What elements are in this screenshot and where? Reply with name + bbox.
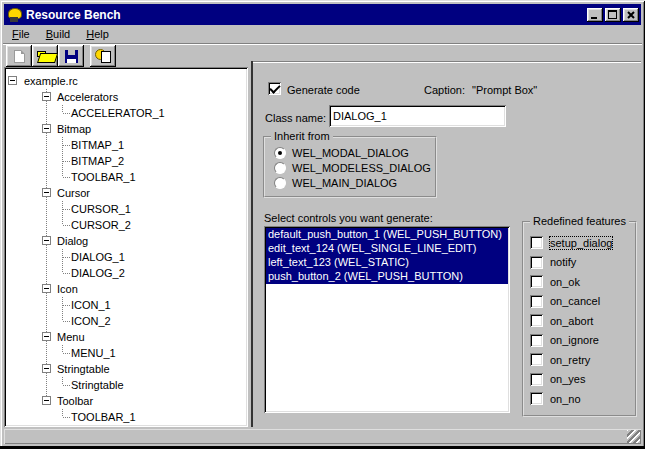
tree-node-icon-1[interactable]: ICON_1 (6, 297, 246, 313)
list-item-push-button-2[interactable]: push_button_2 (WEL_PUSH_BUTTON) (266, 270, 508, 284)
tree-node-cursor[interactable]: Cursor (6, 185, 246, 201)
title-bar: Resource Bench (4, 4, 641, 25)
new-document-icon (14, 50, 25, 63)
redefined-features-title: Redefined features (530, 215, 629, 227)
list-item-left-text-123[interactable]: left_text_123 (WEL_STATIC) (266, 256, 508, 270)
radio-wel-main-dialog[interactable]: WEL_MAIN_DIALOG (274, 176, 397, 190)
tree-node-bitmap-2[interactable]: BITMAP_2 (6, 153, 246, 169)
panel-top-ridge (253, 61, 641, 63)
inherit-from-title: Inherit from (271, 130, 333, 142)
tree-node-menu[interactable]: Menu (6, 329, 246, 345)
open-file-button[interactable] (32, 45, 58, 67)
redefined-features-group: Redefined features setup_dialog notify o… (522, 221, 637, 417)
maximize-icon (608, 10, 617, 19)
tree-node-icon[interactable]: Icon (6, 281, 246, 297)
checkbox-icon[interactable] (530, 353, 543, 366)
caption-value: "Prompt Box" (472, 84, 537, 96)
new-file-button[interactable] (6, 45, 32, 67)
menu-help[interactable]: Help (78, 26, 117, 43)
tree-node-cursor-1[interactable]: CURSOR_1 (6, 201, 246, 217)
checkbox-icon[interactable] (530, 373, 543, 386)
radio-icon[interactable] (274, 177, 286, 189)
menu-file[interactable]: File (4, 26, 38, 43)
tree-node-stringtable[interactable]: Stringtable (6, 361, 246, 377)
tree-collapse-icon[interactable] (42, 284, 51, 293)
save-button[interactable] (58, 45, 84, 67)
tree-node-menu-1[interactable]: MENU_1 (6, 345, 246, 361)
class-name-label: Class name: (265, 112, 326, 124)
feature-on-retry[interactable]: on_retry (530, 353, 612, 366)
resource-tree: example.rc Accelerators ACCELERATOR_1 Bi… (4, 67, 248, 427)
tree-node-bitmap-1[interactable]: BITMAP_1 (6, 137, 246, 153)
tree-collapse-icon[interactable] (42, 124, 51, 133)
checkbox-icon[interactable] (530, 295, 543, 308)
select-controls-label: Select controls you want generate: (264, 212, 433, 224)
inherit-from-group: Inherit from WEL_MODAL_DIALOG WEL_MODELE… (263, 136, 437, 198)
menu-bar: File Build Help (4, 26, 117, 43)
close-button[interactable] (623, 8, 639, 22)
list-item-default-push-button-1[interactable]: default_push_button_1 (WEL_PUSH_BUTTON) (266, 228, 508, 242)
resource-bench-app-icon[interactable] (6, 7, 22, 23)
feature-on-abort[interactable]: on_abort (530, 314, 612, 327)
tree-collapse-icon[interactable] (42, 188, 51, 197)
status-bar (4, 429, 641, 444)
generate-code-icon (95, 49, 112, 63)
tree-node-toolbar-1-bitmap[interactable]: TOOLBAR_1 (6, 169, 246, 185)
checkbox-icon[interactable] (530, 314, 543, 327)
checkbox-icon[interactable] (530, 392, 543, 405)
controls-listbox[interactable]: default_push_button_1 (WEL_PUSH_BUTTON) … (264, 226, 510, 413)
radio-icon[interactable] (274, 162, 286, 174)
tree-collapse-icon[interactable] (42, 236, 51, 245)
tree-node-dialog-1[interactable]: DIALOG_1 (6, 249, 246, 265)
radio-selected-icon[interactable] (274, 147, 286, 159)
tree-node-dialog-2[interactable]: DIALOG_2 (6, 265, 246, 281)
open-folder-icon (37, 50, 54, 62)
tree-node-dialog[interactable]: Dialog (6, 233, 246, 249)
tree-collapse-icon[interactable] (42, 396, 51, 405)
tree-node-cursor-2[interactable]: CURSOR_2 (6, 217, 246, 233)
caption-label: Caption: (424, 84, 465, 96)
radio-wel-modal-dialog[interactable]: WEL_MODAL_DIALOG (274, 146, 409, 160)
tree-node-stringtable-child[interactable]: Stringtable (6, 377, 246, 393)
window-title: Resource Bench (26, 8, 585, 22)
feature-on-cancel[interactable]: on_cancel (530, 295, 612, 308)
feature-on-no[interactable]: on_no (530, 392, 612, 405)
checkbox-icon[interactable] (530, 236, 543, 249)
tree-node-toolbar-1[interactable]: TOOLBAR_1 (6, 409, 246, 425)
maximize-button[interactable] (605, 8, 621, 22)
feature-on-ok[interactable]: on_ok (530, 275, 612, 288)
tree-collapse-icon[interactable] (42, 92, 51, 101)
close-icon (627, 11, 635, 19)
checkbox-icon[interactable] (530, 256, 543, 269)
tree-node-accelerator-1[interactable]: ACCELERATOR_1 (6, 105, 246, 121)
feature-setup-dialog[interactable]: setup_dialog (530, 236, 612, 249)
generate-code-label: Generate code (287, 84, 360, 96)
tree-node-accelerators[interactable]: Accelerators (6, 89, 246, 105)
menu-build[interactable]: Build (38, 26, 78, 43)
panel-splitter[interactable] (251, 61, 253, 427)
tree-collapse-icon[interactable] (42, 332, 51, 341)
generate-code-checkbox[interactable] (268, 82, 281, 95)
generate-button[interactable] (90, 45, 116, 67)
feature-on-ignore[interactable]: on_ignore (530, 334, 612, 347)
save-icon (65, 50, 78, 63)
tree-node-example-rc[interactable]: example.rc (6, 73, 246, 89)
list-item-edit-text-124[interactable]: edit_text_124 (WEL_SINGLE_LINE_EDIT) (266, 242, 508, 256)
checkbox-icon[interactable] (530, 334, 543, 347)
resource-bench-window: Resource Bench File Build Help example.r… (0, 0, 645, 449)
minimize-button[interactable] (587, 8, 603, 22)
tree-node-icon-2[interactable]: ICON_2 (6, 313, 246, 329)
checkbox-icon[interactable] (530, 275, 543, 288)
feature-notify[interactable]: notify (530, 256, 612, 269)
tree-collapse-icon[interactable] (42, 364, 51, 373)
radio-wel-modeless-dialog[interactable]: WEL_MODELESS_DIALOG (274, 161, 431, 175)
tree-collapse-icon[interactable] (8, 76, 17, 85)
tree-node-bitmap[interactable]: Bitmap (6, 121, 246, 137)
minimize-icon (591, 17, 597, 19)
feature-on-yes[interactable]: on_yes (530, 373, 612, 386)
tree-node-toolbar[interactable]: Toolbar (6, 393, 246, 409)
resize-grip[interactable] (627, 430, 640, 443)
class-name-input[interactable] (329, 105, 506, 127)
